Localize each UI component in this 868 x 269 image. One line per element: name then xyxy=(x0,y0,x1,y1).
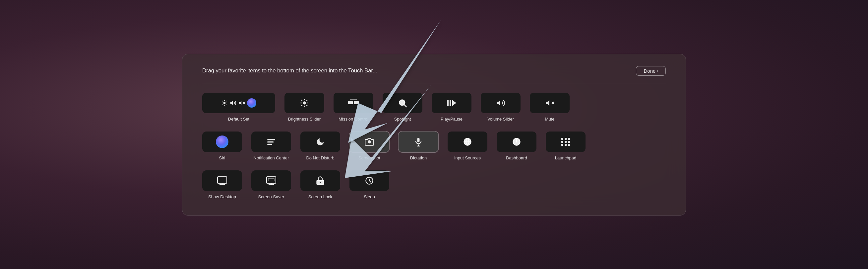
svg-marker-29 xyxy=(452,100,456,106)
svg-rect-54 xyxy=(565,144,567,146)
item-screen-saver[interactable]: Screen Saver xyxy=(251,170,291,199)
svg-rect-62 xyxy=(268,178,274,181)
svg-rect-53 xyxy=(561,144,563,146)
item-show-desktop[interactable]: Show Desktop xyxy=(202,170,242,199)
svg-point-38 xyxy=(368,140,371,143)
item-siri[interactable]: Siri xyxy=(202,132,242,160)
item-sleep[interactable]: Sleep xyxy=(349,170,389,199)
svg-rect-49 xyxy=(568,138,570,140)
screen-lock-label: Screen Lock xyxy=(308,194,332,199)
svg-marker-9 xyxy=(230,101,233,105)
dictation-label: Dictation xyxy=(410,155,427,160)
svg-line-3 xyxy=(222,101,223,101)
screenshot-icon[interactable] xyxy=(349,132,389,152)
svg-line-8 xyxy=(226,101,227,101)
item-dashboard[interactable]: Dashboard xyxy=(497,132,536,160)
play-pause-icon[interactable] xyxy=(432,93,471,113)
svg-point-64 xyxy=(320,181,321,183)
spotlight-label: Spotlight xyxy=(394,116,411,122)
svg-rect-27 xyxy=(447,100,448,106)
screen-lock-icon[interactable] xyxy=(300,170,340,191)
svg-rect-28 xyxy=(450,100,451,106)
brightness-slider-label: Brightness Slider xyxy=(288,116,320,122)
svg-rect-50 xyxy=(561,141,563,143)
svg-point-45 xyxy=(516,141,518,142)
screen-saver-label: Screen Saver xyxy=(258,194,284,199)
volume-slider-icon[interactable] xyxy=(481,93,521,113)
svg-line-17 xyxy=(307,105,307,106)
show-desktop-label: Show Desktop xyxy=(208,194,236,199)
svg-line-67 xyxy=(369,181,371,182)
svg-rect-35 xyxy=(267,139,275,140)
sleep-label: Sleep xyxy=(364,194,375,199)
svg-line-4 xyxy=(226,104,227,105)
default-set-icon[interactable] xyxy=(202,93,275,113)
svg-line-7 xyxy=(222,104,223,105)
default-set-label: Default Set xyxy=(228,116,249,122)
notification-center-label: Notification Center xyxy=(254,155,289,160)
brightness-slider-icon[interactable] xyxy=(284,93,324,113)
play-pause-label: Play/Pause xyxy=(441,116,463,122)
sleep-icon[interactable] xyxy=(349,170,389,191)
show-desktop-icon[interactable] xyxy=(202,170,242,191)
mute-icon[interactable] xyxy=(530,93,569,113)
siri-label: Siri xyxy=(219,155,225,160)
launchpad-label: Launchpad xyxy=(555,155,576,160)
notification-center-icon[interactable] xyxy=(251,132,291,152)
svg-rect-47 xyxy=(561,138,563,140)
item-mute[interactable]: Mute xyxy=(530,93,569,122)
done-button[interactable]: Done › xyxy=(636,66,666,76)
svg-rect-59 xyxy=(267,177,276,183)
item-screenshot[interactable]: Screenshot xyxy=(349,132,389,160)
svg-rect-39 xyxy=(417,138,420,142)
mute-label: Mute xyxy=(545,116,555,122)
svg-rect-22 xyxy=(348,101,353,104)
launchpad-icon[interactable] xyxy=(546,132,586,152)
item-input-sources[interactable]: Input Sources xyxy=(447,132,487,160)
item-mission-control[interactable]: Mission Control xyxy=(334,93,373,122)
item-volume-slider[interactable]: Volume Slider xyxy=(481,93,521,122)
volume-slider-label: Volume Slider xyxy=(487,116,514,122)
items-row-3: Show Desktop Screen Saver xyxy=(202,170,666,199)
items-row-2: Siri Notification Center xyxy=(202,132,666,160)
item-launchpad[interactable]: Launchpad xyxy=(546,132,586,160)
items-row-1: Default Set Brightness Slider Mi xyxy=(202,93,666,122)
touch-bar-customization-panel: Drag your favorite items to the bottom o… xyxy=(182,54,686,216)
svg-rect-48 xyxy=(565,138,567,140)
svg-marker-31 xyxy=(546,100,549,105)
input-sources-icon[interactable] xyxy=(447,132,487,152)
svg-point-13 xyxy=(303,101,306,104)
item-default-set[interactable]: Default Set xyxy=(202,93,275,122)
svg-marker-30 xyxy=(497,100,500,105)
input-sources-label: Input Sources xyxy=(454,155,481,160)
item-play-pause[interactable]: Play/Pause xyxy=(432,93,471,122)
mission-control-label: Mission Control xyxy=(339,116,368,122)
dashboard-label: Dashboard xyxy=(506,155,527,160)
svg-line-16 xyxy=(301,100,302,100)
header-text: Drag your favorite items to the bottom o… xyxy=(202,68,377,74)
panel-header: Drag your favorite items to the bottom o… xyxy=(202,66,666,83)
svg-rect-55 xyxy=(568,144,570,146)
svg-marker-10 xyxy=(239,101,242,105)
items-grid: Default Set Brightness Slider Mi xyxy=(202,93,666,199)
item-screen-lock[interactable]: Screen Lock xyxy=(300,170,340,199)
item-dictation[interactable]: Dictation xyxy=(399,132,438,160)
siri-ball-icon xyxy=(216,135,228,148)
svg-rect-51 xyxy=(565,141,567,143)
mission-control-icon[interactable] xyxy=(334,93,373,113)
dashboard-icon[interactable] xyxy=(497,132,536,152)
svg-rect-52 xyxy=(568,141,570,143)
svg-line-20 xyxy=(301,105,302,106)
screen-saver-icon[interactable] xyxy=(251,170,291,191)
do-not-disturb-icon[interactable] xyxy=(300,132,340,152)
dictation-icon[interactable] xyxy=(399,132,438,152)
item-do-not-disturb[interactable]: Do Not Disturb xyxy=(300,132,340,160)
item-spotlight[interactable]: Spotlight xyxy=(382,93,423,122)
svg-rect-24 xyxy=(350,99,357,100)
siri-icon[interactable] xyxy=(202,132,242,152)
item-brightness-slider[interactable]: Brightness Slider xyxy=(284,93,324,122)
spotlight-icon[interactable] xyxy=(382,93,423,113)
svg-rect-23 xyxy=(354,101,359,104)
siri-ball-small xyxy=(247,98,256,108)
item-notification-center[interactable]: Notification Center xyxy=(251,132,291,160)
